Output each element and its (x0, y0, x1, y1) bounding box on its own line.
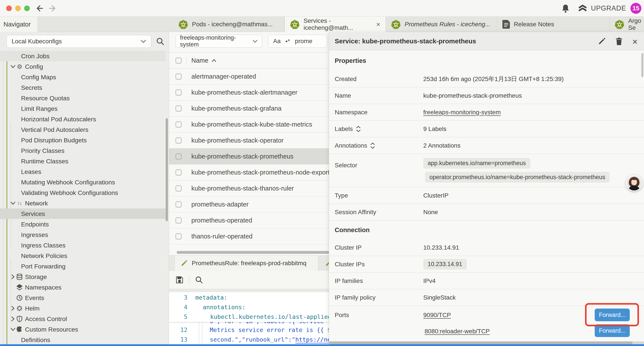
name-filter-input[interactable]: Aa ▪* prome (268, 34, 327, 48)
tab-services-active[interactable]: Services - icecheng@math... × (284, 17, 386, 32)
sidebar-item-storage[interactable]: Storage (0, 272, 166, 282)
kubeconfig-selector[interactable]: Local Kubeconfigs (6, 35, 151, 48)
services-list-panel: freeleaps-monitoring-system Aa ▪* prome … (169, 32, 334, 346)
sidebar-item-cron-jobs[interactable]: Cron Jobs (0, 51, 166, 61)
tab-pods[interactable]: Pods - icecheng@mathmas... (173, 17, 284, 32)
code-link[interactable]: https://net (295, 336, 334, 343)
sidebar-item-config-maps[interactable]: Config Maps (0, 72, 166, 82)
layers-icon (16, 284, 23, 291)
table-row[interactable]: alertmanager-operated (169, 68, 334, 84)
name-column-header[interactable]: Name (191, 57, 216, 64)
row-checkbox[interactable] (176, 106, 182, 111)
connection-section-heading: Connection (329, 221, 644, 239)
notifications-bell-icon[interactable] (561, 4, 570, 13)
sidebar-item-pod-disruption-budgets[interactable]: Pod Disruption Budgets (0, 135, 166, 145)
close-panel-icon[interactable]: × (632, 37, 638, 45)
sidebar-item-leases[interactable]: Leases (0, 166, 166, 177)
sidebar-item-network[interactable]: ↑↓ Network (0, 198, 166, 209)
expander-icon[interactable] (356, 126, 361, 132)
sidebar-item-runtime-classes[interactable]: Runtime Classes (0, 156, 166, 166)
sticky-scroll-context: 3 metadata: 4 annotations: 5 kubectl.kub… (169, 292, 334, 322)
detail-horizontal-scrollbar[interactable] (329, 342, 632, 344)
row-checkbox[interactable] (176, 169, 182, 175)
row-checkbox[interactable] (176, 74, 182, 79)
regex-toggle[interactable]: ▪* (286, 38, 290, 45)
sidebar-item-definitions[interactable]: Definitions (0, 335, 166, 345)
sidebar-item-custom-resources[interactable]: Custom Resources (0, 324, 166, 335)
select-all-checkbox[interactable] (176, 58, 182, 63)
sidebar-item-events[interactable]: Events (0, 293, 166, 303)
sidebar-item-resource-quotas[interactable]: Resource Quotas (0, 93, 166, 103)
sidebar-item-validating-webhook-configurations[interactable]: Validating Webhook Configurations (0, 187, 166, 198)
chevron-right-icon (10, 316, 16, 322)
navigator-panel-tab[interactable]: Navigator (0, 17, 38, 32)
sidebar-item-mutating-webhook-configurations[interactable]: Mutating Webhook Configurations (0, 177, 166, 187)
row-checkbox[interactable] (176, 217, 182, 223)
sidebar-item-helm[interactable]: Helm (0, 303, 166, 314)
sidebar-item-ingress-classes[interactable]: Ingress Classes (0, 240, 166, 251)
edit-pencil-icon[interactable] (598, 37, 606, 45)
row-checkbox[interactable] (176, 153, 182, 159)
back-icon[interactable] (35, 4, 44, 13)
sidebar-item-services[interactable]: Services (0, 209, 166, 219)
tab-argo[interactable]: Argo Se (609, 17, 644, 32)
avatar[interactable] (626, 175, 642, 191)
row-checkbox[interactable] (176, 233, 182, 239)
sidebar-item-secrets[interactable]: Secrets (0, 82, 166, 93)
delete-trash-icon[interactable] (615, 37, 623, 45)
close-tab-icon[interactable]: × (376, 21, 380, 28)
yaml-editor[interactable]: 0","for":"1m","labels":{"service":"f 12 … (169, 292, 334, 346)
table-row[interactable]: thanos-ruler-operated (169, 228, 334, 244)
table-row[interactable]: kube-prometheus-stack-grafana (169, 100, 334, 116)
close-window-button[interactable] (6, 5, 12, 11)
match-case-toggle[interactable]: Aa (273, 38, 280, 45)
sidebar-item-config[interactable]: ⚙ Config (0, 61, 166, 72)
table-row[interactable]: prometheus-adapter (169, 196, 334, 212)
row-checkbox[interactable] (176, 185, 182, 191)
minimize-window-button[interactable] (15, 5, 21, 11)
sidebar-item-ingresses[interactable]: Ingresses (0, 230, 166, 240)
sidebar-item-network-policies[interactable]: Network Policies (0, 251, 166, 261)
document-icon (502, 20, 510, 29)
tab-release-notes[interactable]: Release Notes (497, 17, 609, 32)
sidebar-item-port-forwarding[interactable]: Port Forwarding (0, 261, 166, 272)
tab-prometheus-rules[interactable]: Prometheus Rules - icecheng... (386, 17, 497, 32)
sidebar-item-horizontal-pod-autoscalers[interactable]: Horizontal Pod Autoscalers (0, 114, 166, 124)
sidebar-search-icon[interactable] (156, 37, 164, 45)
row-checkbox[interactable] (176, 201, 182, 207)
table-row[interactable]: kube-prometheus-stack-prometheus-node-ex… (169, 164, 334, 180)
sidebar-scrollbar[interactable] (166, 118, 168, 221)
editor-tab-label: PrometheusRule: freeleaps-prod-rabbitmq (192, 260, 306, 267)
window-titlebar: UPGRADE 15 (0, 0, 644, 17)
table-row[interactable]: kube-prometheus-stack-alertmanager (169, 84, 334, 100)
table-horizontal-scrollbar[interactable] (177, 251, 334, 254)
row-checkbox[interactable] (176, 122, 182, 127)
save-icon[interactable] (176, 276, 184, 284)
zoom-window-button[interactable] (24, 5, 30, 11)
namespace-link[interactable]: freeleaps-monitoring-system (423, 109, 501, 116)
sidebar-item-access-control[interactable]: Access Control (0, 314, 166, 324)
editor-search-icon[interactable] (195, 276, 203, 284)
sidebar-item-limit-ranges[interactable]: Limit Ranges (0, 103, 166, 114)
row-checkbox[interactable] (176, 137, 182, 143)
forward-icon[interactable] (49, 4, 58, 13)
notification-count-badge[interactable]: 15 (630, 3, 641, 14)
port-link-9090[interactable]: 9090/TCP (423, 312, 451, 319)
sidebar-item-endpoints[interactable]: Endpoints (0, 219, 166, 230)
table-row-selected[interactable]: kube-prometheus-stack-prometheus (169, 148, 334, 164)
table-row[interactable]: kube-prometheus-stack-operator (169, 132, 334, 148)
expander-icon[interactable] (370, 142, 375, 149)
port-link-8080[interactable]: 8080:reloader-web/TCP (424, 328, 490, 335)
sidebar-item-priority-classes[interactable]: Priority Classes (0, 145, 166, 156)
table-row[interactable]: prometheus-operated (169, 212, 334, 228)
row-checkbox[interactable] (176, 90, 182, 95)
editor-tab-prometheusrule[interactable]: PrometheusRule: freeleaps-prod-rabbitmq (174, 256, 318, 271)
sidebar-item-namespaces[interactable]: Namespaces (0, 282, 166, 293)
namespace-selector[interactable]: freeleaps-monitoring-system (175, 34, 262, 48)
sidebar-item-vertical-pod-autoscalers[interactable]: Vertical Pod Autoscalers (0, 124, 166, 135)
labels-row: Labels 9 Labels (329, 121, 644, 137)
helm-wheel-icon (16, 305, 23, 312)
upgrade-button[interactable]: UPGRADE (578, 3, 626, 13)
table-row[interactable]: kube-prometheus-stack-thanos-ruler (169, 180, 334, 196)
table-row[interactable]: kube-prometheus-stack-kube-state-metrics (169, 116, 334, 132)
